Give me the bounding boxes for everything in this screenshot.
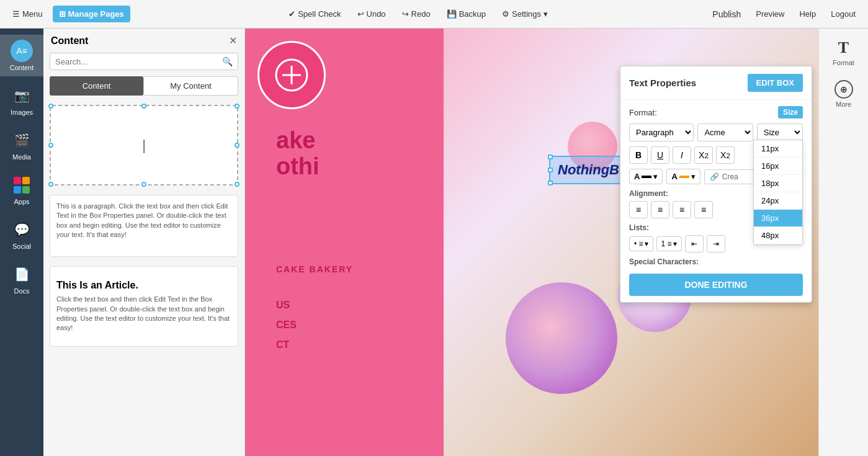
nav-text-2: othi <box>276 154 320 180</box>
search-input[interactable] <box>55 57 222 66</box>
redo-button[interactable]: ↪ Redo <box>396 6 437 22</box>
tab-row: Content My Content <box>50 76 238 96</box>
format-panel-item-text[interactable]: T Format <box>829 35 858 70</box>
paragraph-text: This is a paragraph. Click the text box … <box>56 202 231 240</box>
link-icon: 🔗 <box>710 172 719 181</box>
website-subtitle: CAKE BAKERY <box>276 264 353 274</box>
text-properties-panel: Text Properties EDIT BOX Format: Size Pa… <box>620 66 812 303</box>
content-list: | This is a paragraph. Click the text bo… <box>43 99 244 456</box>
media-icon: 🎬 <box>11 129 33 151</box>
bullet-list-icon: • ≡ <box>634 239 643 248</box>
search-icon: 🔍 <box>222 56 233 66</box>
nav-link-us[interactable]: US <box>276 295 297 315</box>
undo-icon: ↩ <box>357 9 364 19</box>
backup-label: Backup <box>459 9 486 19</box>
spell-check-icon: ✔ <box>289 9 295 19</box>
text-color-swatch <box>642 176 651 178</box>
sidebar-item-docs[interactable]: 📄 Docs <box>0 258 43 300</box>
text-color-dropdown-icon: ▾ <box>653 172 658 181</box>
help-label: Help <box>799 9 816 19</box>
publish-label: Publish <box>712 9 741 19</box>
settings-button[interactable]: ⚙ Settings ▾ <box>496 6 554 22</box>
nav-link-ct[interactable]: CT <box>276 335 297 355</box>
handle-bl[interactable] <box>548 181 553 186</box>
canvas-area: ake othi CAKE BAKERY US CES CT ▲ ▼ ⧉ ⬇ <box>245 29 818 456</box>
pages-icon: ⊞ <box>59 9 66 19</box>
subscript-button[interactable]: X2 <box>694 146 713 164</box>
handle-tl[interactable] <box>548 154 553 159</box>
size-option-18[interactable]: 18px <box>754 175 802 192</box>
bg-color-swatch <box>679 176 689 178</box>
size-option-36[interactable]: 36px <box>754 210 802 227</box>
undo-button[interactable]: ↩ Undo <box>351 6 392 22</box>
size-select[interactable]: Size <box>757 123 803 141</box>
sidebar-item-social[interactable]: 💬 Social <box>0 213 43 255</box>
edit-box-button[interactable]: EDIT BOX <box>748 74 803 92</box>
nav-link-ces[interactable]: CES <box>276 315 297 335</box>
bg-color-button[interactable]: A ▾ <box>666 169 700 184</box>
bold-button[interactable]: B <box>629 146 648 164</box>
format-text-icon: T <box>838 38 849 57</box>
logo-icon <box>273 56 310 94</box>
paragraph-select[interactable]: Paragraph <box>629 123 694 141</box>
italic-button[interactable]: I <box>673 146 691 164</box>
underline-button[interactable]: U <box>651 146 669 164</box>
bullet-list-button[interactable]: • ≡ ▾ <box>629 236 653 251</box>
help-button[interactable]: Help <box>793 6 822 22</box>
numbered-list-button[interactable]: 1 ≡ ▾ <box>656 236 682 251</box>
redo-label: Redo <box>411 9 431 19</box>
preview-button[interactable]: Preview <box>749 6 790 22</box>
social-label: Social <box>12 243 31 250</box>
website-pink-bar: ake othi CAKE BAKERY US CES CT <box>245 29 444 456</box>
logout-button[interactable]: Logout <box>825 6 862 22</box>
article-title: This Is an Article. <box>56 280 138 291</box>
content-label: Content <box>10 64 34 71</box>
manage-pages-button[interactable]: ⊞ Manage Pages <box>53 6 130 22</box>
images-icon: 📷 <box>11 84 33 107</box>
spell-check-button[interactable]: ✔ Spell Check <box>282 6 347 22</box>
size-option-16[interactable]: 16px <box>754 158 802 175</box>
done-editing-button[interactable]: DONE EDITING <box>629 274 803 296</box>
size-option-24[interactable]: 24px <box>754 192 802 210</box>
publish-button[interactable]: Publish <box>706 6 747 23</box>
align-center-button[interactable]: ≡ <box>651 201 669 218</box>
handle-ml[interactable] <box>548 168 553 172</box>
size-option-48[interactable]: 48px <box>754 227 802 244</box>
sidebar-item-apps[interactable]: Apps <box>0 169 43 210</box>
sidebar-item-content[interactable]: A≡ Content <box>0 35 43 76</box>
docs-label: Docs <box>14 287 29 295</box>
size-option-11[interactable]: 11px <box>754 140 802 158</box>
bullet-list-dropdown: ▾ <box>645 239 648 248</box>
sidebar-item-media[interactable]: 🎬 Media <box>0 124 43 166</box>
tab-my-content[interactable]: My Content <box>143 76 238 96</box>
sidebar-item-images[interactable]: 📷 Images <box>0 79 43 121</box>
align-right-button[interactable]: ≡ <box>673 201 691 218</box>
indent-decrease-button[interactable]: ⇤ <box>685 235 704 253</box>
format-label: Format: <box>629 108 657 117</box>
tab-content[interactable]: Content <box>50 76 143 96</box>
align-left-button[interactable]: ≡ <box>629 201 648 218</box>
content-panel-close[interactable]: ✕ <box>229 35 237 47</box>
paragraph-card[interactable]: This is a paragraph. Click the text box … <box>50 195 238 257</box>
redo-icon: ↪ <box>402 9 409 19</box>
indent-increase-button[interactable]: ⇥ <box>707 235 725 253</box>
format-panel-item-more[interactable]: ⊕ More <box>831 76 857 112</box>
text-color-icon: A <box>634 172 640 181</box>
backup-icon: 💾 <box>447 9 457 19</box>
text-card[interactable]: | <box>50 105 238 186</box>
content-icon: A≡ <box>11 40 33 62</box>
format-selects: Paragraph Acme Size <box>629 123 803 141</box>
backup-button[interactable]: 💾 Backup <box>441 6 492 22</box>
align-justify-button[interactable]: ≡ <box>694 201 713 218</box>
media-label: Media <box>12 153 31 161</box>
superscript-button[interactable]: X2 <box>716 146 735 164</box>
preview-label: Preview <box>756 9 784 19</box>
text-color-button[interactable]: A ▾ <box>629 169 663 184</box>
font-select[interactable]: Acme <box>697 123 753 141</box>
size-badge: Size <box>778 106 803 118</box>
article-card[interactable]: This Is an Article. Click the text box a… <box>50 266 238 347</box>
format-row: Format: Size <box>629 106 803 118</box>
bg-color-dropdown-icon: ▾ <box>691 172 696 181</box>
manage-pages-label: Manage Pages <box>68 9 124 19</box>
menu-button[interactable]: ☰ Menu <box>6 6 49 22</box>
